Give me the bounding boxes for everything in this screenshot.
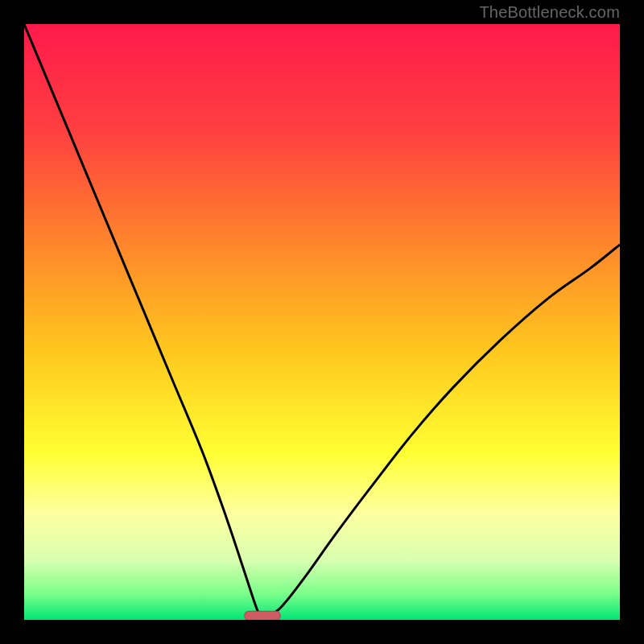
- watermark-text: TheBottleneck.com: [479, 3, 620, 22]
- chart-svg: [24, 24, 620, 620]
- plot-area: [24, 24, 620, 620]
- gradient-background: [24, 24, 620, 620]
- minimum-marker: [245, 611, 280, 620]
- chart-frame: TheBottleneck.com: [0, 0, 644, 644]
